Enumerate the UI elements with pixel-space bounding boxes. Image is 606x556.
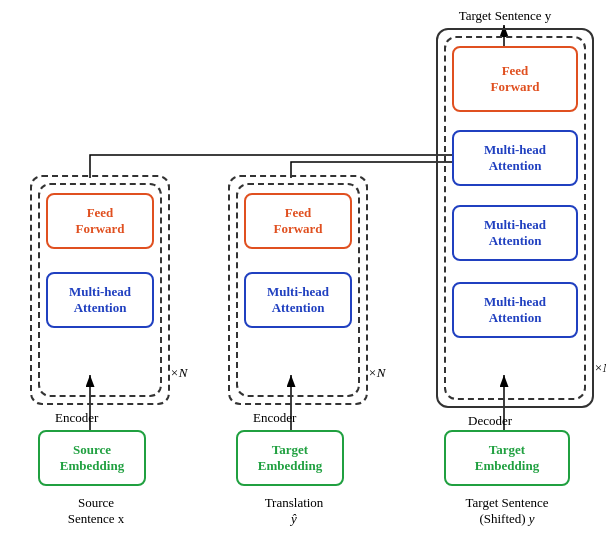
decoder-attention1: Multi-headAttention xyxy=(452,130,578,186)
encoder2-sentence-label: Translationŷ xyxy=(240,495,348,527)
encoder1-label: Encoder xyxy=(55,410,98,426)
decoder-label: Decoder xyxy=(468,413,512,429)
decoder-times-n: ×N xyxy=(594,360,606,376)
decoder-sentence-label: Target Sentence(Shifted) y xyxy=(444,495,570,527)
encoder2-attention: Multi-headAttention xyxy=(244,272,352,328)
decoder-attention2: Multi-headAttention xyxy=(452,205,578,261)
encoder1-feedforward: FeedForward xyxy=(46,193,154,249)
encoder1-attention: Multi-headAttention xyxy=(46,272,154,328)
decoder-attention3: Multi-headAttention xyxy=(452,282,578,338)
decoder-feedforward: FeedForward xyxy=(452,46,578,112)
decoder-embedding: TargetEmbedding xyxy=(444,430,570,486)
encoder2-times-n: ×N xyxy=(368,365,385,381)
encoder2-feedforward: FeedForward xyxy=(244,193,352,249)
decoder-output-label: Target Sentence y xyxy=(440,8,570,24)
encoder1-embedding: SourceEmbedding xyxy=(38,430,146,486)
encoder2-embedding: TargetEmbedding xyxy=(236,430,344,486)
encoder2-label: Encoder xyxy=(253,410,296,426)
encoder1-times-n: ×N xyxy=(170,365,187,381)
encoder1-sentence-label: SourceSentence x xyxy=(42,495,150,527)
